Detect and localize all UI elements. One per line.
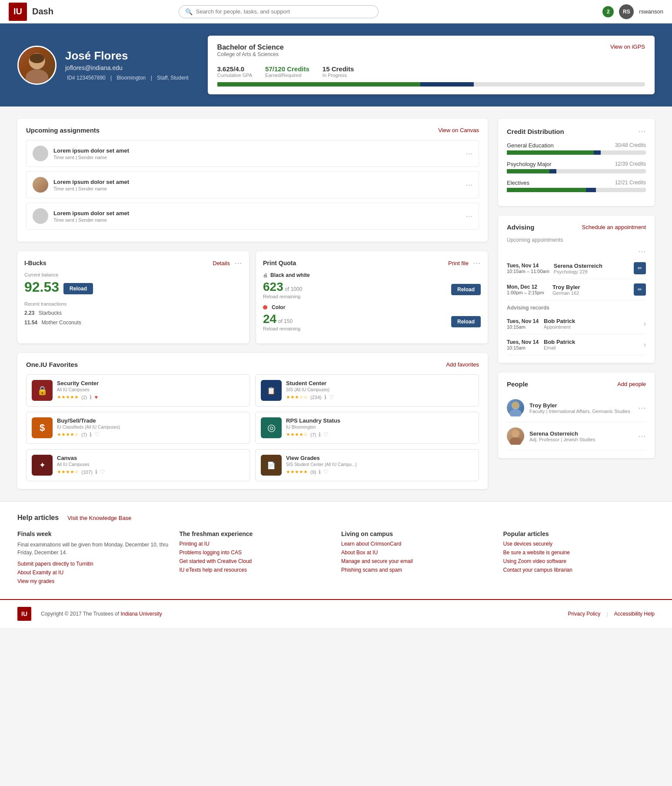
add-people-link[interactable]: Add people — [617, 381, 646, 387]
record-time-text-1: 10:15am — [507, 324, 539, 330]
view-canvas-link[interactable]: View on Canvas — [438, 127, 479, 133]
appointment-2: Mon, Dec 12 1:00pm – 2:15pm Troy Byler G… — [507, 279, 646, 300]
inprogress-label: In Progress — [323, 73, 354, 78]
assign-sub-3: Time sent | Sender name — [53, 217, 460, 223]
ibucks-balance-row: 92.53 Reload — [24, 279, 242, 298]
add-favorites-link[interactable]: Add favorites — [446, 361, 479, 368]
assign-sub-2: Time sent | Sender name — [53, 186, 460, 191]
appts-more-icon[interactable]: ⋯ — [638, 246, 646, 256]
fav-name-security: Security Center — [57, 380, 99, 386]
assign-more-3[interactable]: ⋯ — [466, 212, 472, 220]
ibucks-reload-button[interactable]: Reload — [63, 283, 93, 294]
help-link-living-2[interactable]: Manage and secure your email — [341, 558, 493, 564]
assign-avatar-2 — [33, 177, 48, 193]
fav-info-icon-security[interactable]: ℹ — [90, 394, 92, 400]
bw-reload-button[interactable]: Reload — [451, 284, 481, 295]
appt-time-text-1: 10:15am – 11:00am — [507, 269, 549, 274]
visit-knowledge-base-link[interactable]: Visit the Knowledge Base — [67, 515, 131, 521]
credit-label-row-psych: Psychology Major 12/39 Credits — [507, 161, 646, 167]
credit-bar-electives — [507, 188, 646, 192]
help-link-freshman-3[interactable]: IU eTexts help and resources — [180, 567, 331, 573]
notification-badge[interactable]: 2 — [602, 6, 614, 17]
fav-heart-grades[interactable]: ♡ — [323, 469, 329, 475]
record-person-name-1: Bob Patrick — [544, 318, 639, 324]
appt-edit-button-1[interactable]: ✏ — [634, 262, 646, 274]
appt-person-info-2: Troy Byler German 162 — [552, 284, 629, 296]
print-more-icon[interactable]: ⋯ — [473, 258, 481, 268]
people-card: People Add people Troy Byler Faculty | I… — [498, 373, 655, 458]
iu-logo: IU — [9, 3, 27, 21]
credit-dist-more-icon[interactable]: ⋯ — [638, 127, 646, 136]
help-link-popular-0[interactable]: Use devices securely — [503, 541, 655, 547]
help-link-popular-1[interactable]: Be sure a website is genuine — [503, 550, 655, 556]
footer-iu-link[interactable]: Indiana University — [120, 611, 162, 617]
fav-item-security: 🔒 Security Center All IU Campuses ★★★★★ … — [26, 374, 250, 406]
svg-point-3 — [30, 53, 44, 63]
color-type-row: Color — [263, 304, 481, 310]
profile-left: José Flores joflores@indiana.edu ID# 123… — [17, 36, 190, 94]
fav-heart-security[interactable]: ♥ — [94, 394, 98, 400]
help-link-living-1[interactable]: About Box at IU — [341, 550, 493, 556]
fav-info-student-center: Student Center SIS (All IU Campuses) ★★★… — [286, 380, 334, 400]
credit-count-psych: 12/39 Credits — [615, 161, 646, 167]
print-quota-card: Print Quota Print file ⋯ 🖨 Black and whi… — [256, 251, 488, 343]
record-1: Tues, Nov 14 10:15am Bob Patrick Appoint… — [507, 313, 646, 334]
assign-more-2[interactable]: ⋯ — [466, 181, 472, 189]
profile-name: José Flores — [65, 49, 190, 63]
help-link-freshman-2[interactable]: Get started with Creative Cloud — [180, 558, 331, 564]
svg-point-9 — [512, 430, 519, 437]
fav-campus-buysell: IU Classifieds (All IU Campuses) — [57, 425, 120, 430]
footer-accessibility-link[interactable]: Accessibility Help — [614, 611, 655, 617]
assignment-item: Lorem ipsum dolor set amet Time sent | S… — [26, 203, 479, 230]
transaction-merchant-1: Starbucks — [39, 310, 62, 316]
schedule-appt-link[interactable]: Schedule an appointment — [582, 224, 646, 230]
credit-bar-gen-ed — [507, 150, 646, 155]
ibucks-more-icon[interactable]: ⋯ — [234, 258, 242, 268]
ibucks-transaction-1: 2.23 Starbucks — [24, 310, 242, 316]
color-reload-button[interactable]: Reload — [451, 316, 481, 327]
fav-campus-laundry: IU Bloomington — [286, 425, 340, 430]
help-link-finals-2[interactable]: View my grades — [17, 578, 169, 584]
fav-info-laundry: RPS Laundry Status IU Bloomington ★★★★☆ … — [286, 417, 340, 438]
fav-info-icon-laundry[interactable]: ℹ — [319, 431, 321, 438]
footer-privacy-link[interactable]: Privacy Policy — [568, 611, 601, 617]
person-more-serena[interactable]: ⋯ — [638, 431, 646, 441]
record-chevron-1[interactable]: › — [644, 320, 646, 328]
ibucks-details-link[interactable]: Details — [213, 260, 230, 266]
view-igps-link[interactable]: View on iGPS — [610, 43, 645, 50]
fav-info-icon-canvas[interactable]: ℹ — [95, 469, 97, 475]
degree-college: College of Arts & Sciences — [217, 51, 284, 57]
person-avatar-troy — [507, 399, 524, 416]
person-more-troy[interactable]: ⋯ — [638, 403, 646, 413]
favorites-grid: 🔒 Security Center All IU Campuses ★★★★★ … — [26, 374, 479, 481]
fav-heart-buysell[interactable]: ♡ — [94, 431, 100, 438]
search-input[interactable] — [196, 8, 372, 15]
credit-label-gen-ed: General Education — [507, 142, 554, 149]
help-link-living-0[interactable]: Learn about CrimsonCard — [341, 541, 493, 547]
record-chevron-2[interactable]: › — [644, 341, 646, 349]
help-grid: Finals week Final examinations will be g… — [17, 530, 655, 587]
help-link-living-3[interactable]: Phishing scams and spam — [341, 567, 493, 573]
search-bar[interactable]: 🔍 — [179, 5, 379, 18]
fav-heart-laundry[interactable]: ♡ — [323, 431, 329, 438]
people-header: People Add people — [507, 380, 646, 388]
search-icon: 🔍 — [185, 8, 193, 15]
help-link-freshman-0[interactable]: Printing at IU — [180, 541, 331, 547]
fav-info-icon-student-center[interactable]: ℹ — [324, 394, 326, 400]
appt-edit-button-2[interactable]: ✏ — [634, 283, 646, 296]
help-link-popular-2[interactable]: Using Zoom video software — [503, 558, 655, 564]
help-link-finals-1[interactable]: About Examity at IU — [17, 570, 169, 576]
fav-info-icon-grades[interactable]: ℹ — [319, 469, 321, 475]
user-avatar-nav[interactable]: RS — [619, 4, 634, 19]
help-link-finals-0[interactable]: Submit papers directly to Turnitin — [17, 561, 169, 567]
fav-info-icon-buysell[interactable]: ℹ — [90, 431, 92, 438]
help-link-popular-3[interactable]: Contact your campus librarian — [503, 567, 655, 573]
main-content: Upcoming assignments View on Canvas Lore… — [0, 107, 672, 501]
fav-info-canvas: Canvas All IU Campuses ★★★★☆ (107) ℹ ♡ — [57, 455, 105, 475]
favorites-header: One.IU Favorites Add favorites — [26, 361, 479, 368]
fav-heart-student-center[interactable]: ♡ — [329, 394, 334, 400]
assign-more-1[interactable]: ⋯ — [466, 150, 472, 158]
fav-heart-canvas[interactable]: ♡ — [100, 469, 105, 475]
help-link-freshman-1[interactable]: Problems logging into CAS — [180, 550, 331, 556]
print-file-link[interactable]: Print file — [448, 260, 469, 266]
